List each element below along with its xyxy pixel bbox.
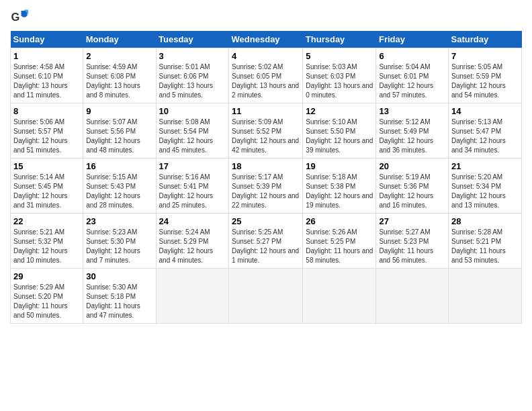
day-number: 2 [86,51,152,61]
day-detail: Sunrise: 5:14 AMSunset: 5:45 PMDaylight:… [13,173,80,210]
svg-text:G: G [11,11,20,23]
day-number: 28 [451,216,519,226]
day-number: 10 [159,106,226,116]
day-number: 19 [306,161,373,171]
day-number: 29 [13,271,80,281]
day-detail: Sunrise: 5:17 AMSunset: 5:39 PMDaylight:… [232,173,300,210]
table-row: 11Sunrise: 5:09 AMSunset: 5:52 PMDayligh… [229,103,303,158]
header: G [10,7,522,27]
day-detail: Sunrise: 5:09 AMSunset: 5:52 PMDaylight:… [232,118,300,155]
table-row: 10Sunrise: 5:08 AMSunset: 5:54 PMDayligh… [156,103,229,158]
table-row: 27Sunrise: 5:27 AMSunset: 5:23 PMDayligh… [376,214,449,269]
calendar-week-row: 8Sunrise: 5:06 AMSunset: 5:57 PMDaylight… [11,103,522,158]
day-detail: Sunrise: 5:19 AMSunset: 5:36 PMDaylight:… [379,173,445,210]
header-thursday: Thursday [303,31,376,48]
day-number: 11 [232,106,300,116]
logo: G [10,7,33,27]
table-row [376,269,449,324]
table-row: 7Sunrise: 5:05 AMSunset: 5:59 PMDaylight… [449,48,522,103]
day-detail: Sunrise: 5:05 AMSunset: 5:59 PMDaylight:… [451,62,519,100]
table-row [229,269,303,324]
table-row: 8Sunrise: 5:06 AMSunset: 5:57 PMDaylight… [11,103,83,158]
day-number: 4 [232,51,300,61]
table-row: 19Sunrise: 5:18 AMSunset: 5:38 PMDayligh… [303,158,376,214]
day-number: 16 [86,161,152,171]
day-detail: Sunrise: 5:24 AMSunset: 5:29 PMDaylight:… [159,228,226,265]
day-detail: Sunrise: 5:25 AMSunset: 5:27 PMDaylight:… [232,228,300,265]
logo-icon: G [10,7,30,27]
day-detail: Sunrise: 5:06 AMSunset: 5:57 PMDaylight:… [13,118,80,155]
day-number: 13 [379,106,445,116]
day-detail: Sunrise: 4:58 AMSunset: 6:10 PMDaylight:… [13,62,80,100]
day-detail: Sunrise: 5:20 AMSunset: 5:34 PMDaylight:… [451,173,519,210]
table-row [449,269,522,324]
table-row: 9Sunrise: 5:07 AMSunset: 5:56 PMDaylight… [83,103,156,158]
table-row: 16Sunrise: 5:15 AMSunset: 5:43 PMDayligh… [83,158,156,214]
day-detail: Sunrise: 5:30 AMSunset: 5:18 PMDaylight:… [86,283,152,320]
day-number: 22 [13,216,80,226]
calendar-table: Sunday Monday Tuesday Wednesday Thursday… [10,31,522,324]
day-detail: Sunrise: 5:07 AMSunset: 5:56 PMDaylight:… [86,118,152,155]
day-number: 21 [451,161,519,171]
day-detail: Sunrise: 5:26 AMSunset: 5:25 PMDaylight:… [306,228,373,265]
day-detail: Sunrise: 4:59 AMSunset: 6:08 PMDaylight:… [86,62,152,100]
table-row: 25Sunrise: 5:25 AMSunset: 5:27 PMDayligh… [229,214,303,269]
day-detail: Sunrise: 5:27 AMSunset: 5:23 PMDaylight:… [379,228,445,265]
day-detail: Sunrise: 5:03 AMSunset: 6:03 PMDaylight:… [306,62,373,100]
header-monday: Monday [83,31,156,48]
table-row: 23Sunrise: 5:23 AMSunset: 5:30 PMDayligh… [83,214,156,269]
calendar-week-row: 29Sunrise: 5:29 AMSunset: 5:20 PMDayligh… [11,269,522,324]
day-number: 25 [232,216,300,226]
day-detail: Sunrise: 5:28 AMSunset: 5:21 PMDaylight:… [451,228,519,265]
day-number: 14 [451,106,519,116]
calendar-week-row: 22Sunrise: 5:21 AMSunset: 5:32 PMDayligh… [11,214,522,269]
header-tuesday: Tuesday [156,31,229,48]
day-number: 8 [13,106,80,116]
table-row: 22Sunrise: 5:21 AMSunset: 5:32 PMDayligh… [11,214,83,269]
day-number: 20 [379,161,445,171]
day-number: 30 [86,271,152,281]
page-container: G Sunday Monday Tuesday Wednesday Thursd… [0,0,532,330]
table-row: 24Sunrise: 5:24 AMSunset: 5:29 PMDayligh… [156,214,229,269]
day-number: 3 [159,51,226,61]
day-detail: Sunrise: 5:15 AMSunset: 5:43 PMDaylight:… [86,173,152,210]
day-detail: Sunrise: 5:29 AMSunset: 5:20 PMDaylight:… [13,283,80,320]
day-number: 1 [13,51,80,61]
table-row: 4Sunrise: 5:02 AMSunset: 6:05 PMDaylight… [229,48,303,103]
day-detail: Sunrise: 5:10 AMSunset: 5:50 PMDaylight:… [306,118,373,155]
table-row: 13Sunrise: 5:12 AMSunset: 5:49 PMDayligh… [376,103,449,158]
table-row: 14Sunrise: 5:13 AMSunset: 5:47 PMDayligh… [449,103,522,158]
day-number: 18 [232,161,300,171]
table-row: 29Sunrise: 5:29 AMSunset: 5:20 PMDayligh… [11,269,83,324]
day-number: 24 [159,216,226,226]
day-detail: Sunrise: 5:04 AMSunset: 6:01 PMDaylight:… [379,62,445,100]
table-row [156,269,229,324]
table-row: 17Sunrise: 5:16 AMSunset: 5:41 PMDayligh… [156,158,229,214]
day-detail: Sunrise: 5:18 AMSunset: 5:38 PMDaylight:… [306,173,373,210]
day-number: 7 [451,51,519,61]
table-row [303,269,376,324]
table-row: 6Sunrise: 5:04 AMSunset: 6:01 PMDaylight… [376,48,449,103]
table-row: 18Sunrise: 5:17 AMSunset: 5:39 PMDayligh… [229,158,303,214]
day-detail: Sunrise: 5:13 AMSunset: 5:47 PMDaylight:… [451,118,519,155]
table-row: 12Sunrise: 5:10 AMSunset: 5:50 PMDayligh… [303,103,376,158]
table-row: 2Sunrise: 4:59 AMSunset: 6:08 PMDaylight… [83,48,156,103]
table-row: 30Sunrise: 5:30 AMSunset: 5:18 PMDayligh… [83,269,156,324]
table-row: 3Sunrise: 5:01 AMSunset: 6:06 PMDaylight… [156,48,229,103]
day-detail: Sunrise: 5:12 AMSunset: 5:49 PMDaylight:… [379,118,445,155]
header-wednesday: Wednesday [229,31,303,48]
table-row: 28Sunrise: 5:28 AMSunset: 5:21 PMDayligh… [449,214,522,269]
day-number: 26 [306,216,373,226]
calendar-week-row: 15Sunrise: 5:14 AMSunset: 5:45 PMDayligh… [11,158,522,214]
day-number: 5 [306,51,373,61]
table-row: 15Sunrise: 5:14 AMSunset: 5:45 PMDayligh… [11,158,83,214]
table-row: 21Sunrise: 5:20 AMSunset: 5:34 PMDayligh… [449,158,522,214]
header-saturday: Saturday [449,31,522,48]
day-number: 27 [379,216,445,226]
day-detail: Sunrise: 5:08 AMSunset: 5:54 PMDaylight:… [159,118,226,155]
day-detail: Sunrise: 5:01 AMSunset: 6:06 PMDaylight:… [159,62,226,100]
day-number: 6 [379,51,445,61]
table-row: 26Sunrise: 5:26 AMSunset: 5:25 PMDayligh… [303,214,376,269]
day-detail: Sunrise: 5:02 AMSunset: 6:05 PMDaylight:… [232,62,300,100]
weekday-header-row: Sunday Monday Tuesday Wednesday Thursday… [11,31,522,48]
